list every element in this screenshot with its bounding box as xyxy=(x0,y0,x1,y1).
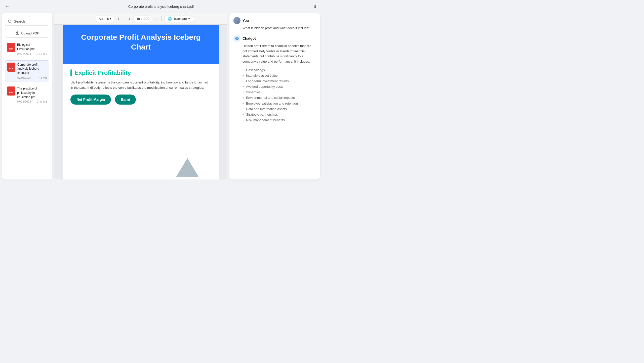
bot-intro-text: Hidden profit refers to financial benefi… xyxy=(233,43,316,64)
iceberg-visual xyxy=(176,158,199,177)
bot-message-header: Chatgot xyxy=(233,35,316,42)
download-button[interactable]: ⬇ xyxy=(313,4,317,9)
search-bar[interactable] xyxy=(5,17,49,26)
pdf-content: Corporate Profit Analysis Iceberg Chart … xyxy=(54,25,227,179)
bullet-item: Synergies xyxy=(243,89,316,95)
earnings-pill: Earni xyxy=(115,95,136,105)
pdf-file-meta: 07/05/2024 16.3 MB xyxy=(17,52,47,55)
pdf-page: Corporate Profit Analysis Iceberg Chart … xyxy=(63,25,219,179)
zoom-in-button[interactable]: + xyxy=(116,16,121,22)
pdf-file-info: Corporate profit analysis Iceberg chart.… xyxy=(17,63,47,79)
user-message-block: You What is hidden profit and what does … xyxy=(233,17,316,31)
pdf-main-title: Corporate Profit Analysis Iceberg Chart xyxy=(73,32,209,52)
pdf-file-size: 3.32 MB xyxy=(37,100,47,103)
pdf-file-icon: PDF xyxy=(7,43,15,52)
section-title-bar xyxy=(70,69,72,76)
pdf-file-info: The practice of philosophy in education.… xyxy=(17,86,47,103)
bot-bullet-list: Cost savingsIntangible asset valueLong-t… xyxy=(233,67,316,123)
document-title: Corporate profit analysis Iceberg chart.… xyxy=(128,5,194,9)
svg-point-5 xyxy=(236,38,237,39)
bullet-item: Data and information assets xyxy=(243,106,316,112)
pdf-file-item-active[interactable]: PDF Corporate profit analysis Iceberg ch… xyxy=(5,60,49,81)
top-bar: ← Corporate profit analysis Iceberg char… xyxy=(0,0,322,13)
pdf-explicit-section: Explicit Profitability plicit profitabil… xyxy=(63,64,219,110)
bullet-item: Strategic partnerships xyxy=(243,112,316,117)
next-page-button[interactable]: › xyxy=(154,16,158,22)
pdf-file-size: 7.5 MB xyxy=(38,76,47,79)
back-button[interactable]: ← xyxy=(5,4,10,9)
bullet-item: Long-term investment returns xyxy=(243,78,316,84)
bot-name: Chatgot xyxy=(243,36,256,40)
chat-panel: You What is hidden profit and what does … xyxy=(229,13,320,179)
section-title: Explicit Profitability xyxy=(70,69,211,76)
pdf-file-date: 07/05/2024 xyxy=(17,52,31,55)
translate-icon: 🌐 xyxy=(168,17,172,21)
user-question-text: What is hidden profit and what does it i… xyxy=(233,26,316,31)
zoom-out-button[interactable]: − xyxy=(89,16,94,22)
pdf-file-name: Corporate profit analysis Iceberg chart.… xyxy=(17,63,47,75)
pdf-file-name: Biological Evolution.pdf xyxy=(17,43,47,51)
toolbar-divider xyxy=(124,16,124,21)
translate-button[interactable]: 🌐 Translate ▾ xyxy=(165,16,193,22)
sidebar: Upload PDF PDF Biological Evolution.pdf … xyxy=(2,13,52,179)
pdf-file-icon: PDF xyxy=(7,86,15,96)
pdf-file-date: 07/05/2024 xyxy=(17,100,31,103)
search-input[interactable] xyxy=(14,19,47,23)
pdf-toolbar: − Auto fit ▾ + ‹ 48 / 299 › 🌐 Translate … xyxy=(54,13,227,25)
upload-pdf-button[interactable]: Upload PDF xyxy=(5,29,49,38)
search-icon xyxy=(8,19,12,23)
prev-page-button[interactable]: ‹ xyxy=(127,16,132,22)
pdf-viewer: − Auto fit ▾ + ‹ 48 / 299 › 🌐 Translate … xyxy=(54,13,227,179)
pdf-file-name: The practice of philosophy in education.… xyxy=(17,86,47,99)
svg-line-1 xyxy=(11,22,11,23)
pill-container: Net Profit Margin Earni xyxy=(70,95,211,105)
bullet-item: Intangible asset value xyxy=(243,73,316,78)
upload-icon xyxy=(15,31,19,35)
page-indicator: 48 / 299 xyxy=(134,16,152,22)
bullet-item: Environmental and social impacts xyxy=(243,95,316,101)
pdf-file-item[interactable]: PDF The practice of philosophy in educat… xyxy=(5,84,49,105)
user-avatar xyxy=(233,17,240,24)
triangle-shape xyxy=(176,158,199,177)
chatgot-avatar xyxy=(233,35,240,42)
bot-message-block: Chatgot Hidden profit refers to financia… xyxy=(233,35,316,123)
pdf-file-meta: 07/05/2024 7.5 MB xyxy=(17,76,47,79)
pdf-file-icon: PDF xyxy=(7,63,15,72)
bullet-item: Employee satisfaction and retention xyxy=(243,101,316,106)
toolbar-divider xyxy=(161,16,162,21)
bullet-item: Avoided opportunity costs xyxy=(243,84,316,89)
pdf-file-info: Biological Evolution.pdf 07/05/2024 16.3… xyxy=(17,43,47,55)
bullet-item: Cost savings xyxy=(243,67,316,73)
pdf-file-size: 16.3 MB xyxy=(37,52,47,55)
pdf-file-meta: 07/05/2024 3.32 MB xyxy=(17,100,47,103)
bullet-item: Risk management benefits xyxy=(243,117,316,123)
section-body-text: plicit profitability represents the comp… xyxy=(70,80,211,90)
user-name: You xyxy=(243,19,249,23)
chat-messages: You What is hidden profit and what does … xyxy=(229,13,320,179)
auto-fit-button[interactable]: Auto fit ▾ xyxy=(96,16,114,22)
main-container: Upload PDF PDF Biological Evolution.pdf … xyxy=(0,13,322,182)
pdf-header-section: Corporate Profit Analysis Iceberg Chart xyxy=(63,25,219,64)
net-profit-margin-pill: Net Profit Margin xyxy=(70,95,111,105)
pdf-file-date: 07/05/2024 xyxy=(17,76,31,79)
chatgot-icon xyxy=(235,36,239,40)
pdf-file-item[interactable]: PDF Biological Evolution.pdf 07/05/2024 … xyxy=(5,41,49,57)
user-message-header: You xyxy=(233,17,316,24)
